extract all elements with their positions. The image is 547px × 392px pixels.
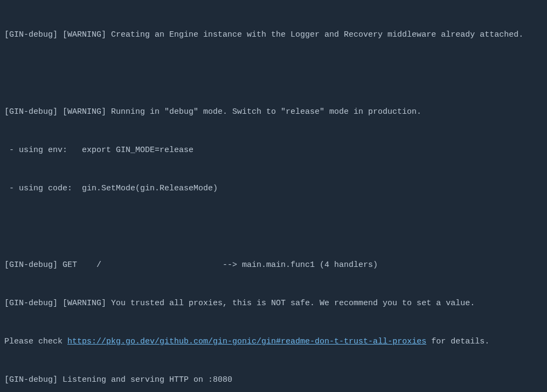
log-blank bbox=[4, 67, 543, 80]
log-text: Please check bbox=[4, 337, 67, 346]
log-blank bbox=[4, 221, 543, 233]
log-text: for details. bbox=[426, 337, 489, 346]
log-listening: [GIN-debug] Listening and serving HTTP o… bbox=[4, 374, 543, 387]
log-warning: [GIN-debug] [WARNING] You trusted all pr… bbox=[4, 297, 543, 310]
log-line: - using env: export GIN_MODE=release bbox=[4, 144, 543, 157]
docs-link[interactable]: https://pkg.go.dev/github.com/gin-gonic/… bbox=[67, 337, 426, 346]
log-line: [GIN-debug] [WARNING] Creating an Engine… bbox=[4, 29, 543, 42]
log-route: [GIN-debug] GET / --> main.main.func1 (4… bbox=[4, 259, 543, 272]
log-line: - using code: gin.SetMode(gin.ReleaseMod… bbox=[4, 182, 543, 195]
terminal-output: [GIN-debug] [WARNING] Creating an Engine… bbox=[0, 0, 547, 392]
log-line: [GIN-debug] [WARNING] Running in "debug"… bbox=[4, 106, 543, 119]
log-link-line: Please check https://pkg.go.dev/github.c… bbox=[4, 335, 543, 348]
